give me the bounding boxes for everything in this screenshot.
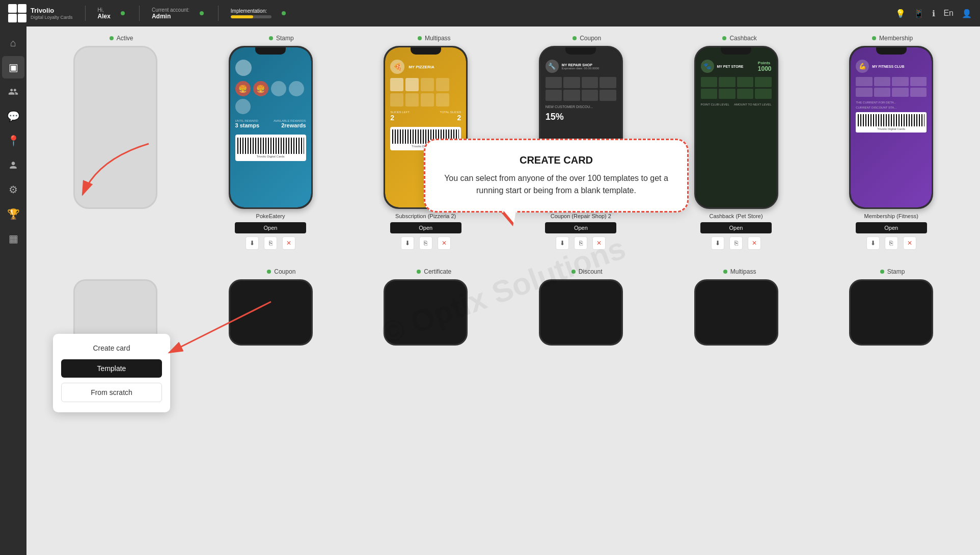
bottom-label-stamp: Stamp <box>820 268 965 275</box>
card-open-btn-multipass[interactable]: Open <box>390 222 461 233</box>
bottom-label-coupon: Coupon <box>209 268 353 275</box>
label-stamp-text: Stamp <box>276 35 294 42</box>
user-greeting: Hi, Alex <box>98 7 111 20</box>
card-name-membership: Membership (Fitness) <box>864 213 918 219</box>
dot-b-stamp <box>880 270 884 274</box>
bottom-section-labels: Coupon Certificate Discount Multipass St… <box>26 260 980 275</box>
bottom-label-discount-text: Discount <box>579 268 603 275</box>
copy-icon-multipass[interactable]: ⎘ <box>419 236 432 250</box>
sidebar-item-home[interactable]: ⌂ <box>2 32 24 54</box>
delete-icon-membership[interactable]: ✕ <box>903 236 916 250</box>
sidebar-item-users[interactable] <box>2 81 24 103</box>
bottom-card-4 <box>663 279 810 346</box>
template-button[interactable]: Template <box>61 359 162 378</box>
screen-cashback: 🐾 MY PET STORE Points1000 <box>696 47 777 207</box>
dot-b-discount <box>571 270 576 274</box>
sidebar: ⌂ ▣ 💬 📍 ⚙ 🏆 ▦ <box>0 27 26 555</box>
card-open-btn-coupon[interactable]: Open <box>545 222 616 233</box>
dot-membership <box>872 36 876 40</box>
dot-multipass <box>418 36 422 40</box>
card-col-membership: 💪 MY FITNESS CLUB <box>818 46 965 250</box>
sidebar-item-apps[interactable]: ▦ <box>2 227 24 250</box>
download-icon-cashback[interactable]: ⬇ <box>711 236 724 250</box>
card-name-coupon: Coupon (Repair Shop) 2 <box>551 213 611 219</box>
empty-card-col <box>42 46 189 250</box>
download-icon-membership[interactable]: ⬇ <box>866 236 880 250</box>
callout-text: You can select from anyone of the over 1… <box>444 172 669 197</box>
dot-stamp <box>269 36 273 40</box>
bottom-label-multipass-text: Multipass <box>730 268 756 275</box>
sidebar-item-location[interactable]: 📍 <box>2 129 24 152</box>
card-icons-coupon: ⬇ ⎘ ✕ <box>556 236 606 250</box>
download-icon-coupon[interactable]: ⬇ <box>556 236 569 250</box>
callout-title: CREATE CARD <box>444 154 669 166</box>
copy-icon-cashback[interactable]: ⎘ <box>729 236 743 250</box>
notch-cashback <box>721 47 751 55</box>
impl-status-dot <box>282 11 286 15</box>
nav-icon-group: 💡 📱 ℹ En 👤 <box>895 9 972 18</box>
delete-icon-coupon[interactable]: ✕ <box>592 236 606 250</box>
copy-icon-stamp[interactable]: ⎘ <box>264 236 277 250</box>
top-section-labels: Active Stamp Multipass Coupon Cashback M… <box>26 27 980 42</box>
implementation-bar <box>231 15 271 18</box>
delete-icon-cashback[interactable]: ✕ <box>748 236 761 250</box>
dot-b-multipass <box>723 270 727 274</box>
bottom-label-certificate: Certificate <box>362 268 506 275</box>
top-navigation: Trivolio Digital Loyalty Cards Hi, Alex … <box>0 0 980 27</box>
label-coupon: Coupon <box>514 35 659 42</box>
phone-cashback: 🐾 MY PET STORE Points1000 <box>694 46 778 209</box>
nav-divider-2 <box>139 6 140 21</box>
bulb-icon[interactable]: 💡 <box>895 9 906 18</box>
label-active-text: Active <box>117 35 133 42</box>
sidebar-item-messages[interactable]: 💬 <box>2 105 24 127</box>
callout-tail-border <box>501 213 515 226</box>
download-icon-multipass[interactable]: ⬇ <box>401 236 414 250</box>
label-cashback-text: Cashback <box>729 35 756 42</box>
delete-icon-stamp[interactable]: ✕ <box>282 236 295 250</box>
label-multipass-text: Multipass <box>425 35 451 42</box>
from-scratch-button[interactable]: From scratch <box>61 383 162 402</box>
app-layout: ⌂ ▣ 💬 📍 ⚙ 🏆 ▦ © Optix Solutions Active <box>0 27 980 555</box>
language-icon[interactable]: En <box>943 9 954 18</box>
nav-divider-3 <box>218 6 219 21</box>
sidebar-item-rewards[interactable]: 🏆 <box>2 203 24 225</box>
card-icons-stamp: ⬇ ⎘ ✕ <box>246 236 295 250</box>
card-open-btn-membership[interactable]: Open <box>856 222 927 233</box>
callout-tooltip: CREATE CARD You can select from anyone o… <box>424 139 689 213</box>
label-membership-text: Membership <box>879 35 913 42</box>
delete-icon-multipass[interactable]: ✕ <box>438 236 451 250</box>
app-subtitle: Digital Loyalty Cards <box>31 15 73 20</box>
logo: Trivolio Digital Loyalty Cards <box>8 4 73 22</box>
dot-b-certificate <box>417 270 421 274</box>
card-col-stamp: 🍔 🍔 UNTIL REWARD3 stamps AVAILABLE REWAR… <box>197 46 344 250</box>
avatar-icon[interactable]: 👤 <box>962 9 972 18</box>
sidebar-item-settings[interactable]: ⚙ <box>2 178 24 201</box>
user-status-dot <box>121 11 125 15</box>
phone-icon[interactable]: 📱 <box>914 9 924 18</box>
sidebar-item-account[interactable] <box>2 154 24 176</box>
sidebar-item-cards[interactable]: ▣ <box>2 56 24 78</box>
label-coupon-text: Coupon <box>580 35 601 42</box>
main-content: © Optix Solutions Active Stamp Multipass… <box>26 27 980 555</box>
card-open-btn-stamp[interactable]: Open <box>235 222 306 233</box>
info-icon[interactable]: ℹ <box>932 9 935 18</box>
label-multipass: Multipass <box>362 35 506 42</box>
card-icons-multipass: ⬇ ⎘ ✕ <box>401 236 451 250</box>
card-name-cashback: Cashback (Pet Store) <box>709 213 763 219</box>
implementation-fill <box>231 15 253 18</box>
card-name-multipass: Subscription (Pizzeria 2) <box>395 213 456 219</box>
logo-grid <box>8 4 26 22</box>
nav-divider-1 <box>85 6 86 21</box>
copy-icon-coupon[interactable]: ⎘ <box>574 236 587 250</box>
bottom-card-2 <box>352 279 499 346</box>
notch-membership <box>876 47 907 55</box>
copy-icon-membership[interactable]: ⎘ <box>885 236 898 250</box>
bottom-card-5 <box>818 279 965 346</box>
app-name: Trivolio <box>31 7 73 15</box>
cards-row-2 <box>26 275 980 346</box>
card-open-btn-cashback[interactable]: Open <box>700 222 772 233</box>
bottom-card-3 <box>507 279 655 346</box>
download-icon-stamp[interactable]: ⬇ <box>246 236 259 250</box>
screen-stamp: 🍔 🍔 UNTIL REWARD3 stamps AVAILABLE REWAR… <box>230 47 311 207</box>
bottom-label-discount: Discount <box>514 268 659 275</box>
